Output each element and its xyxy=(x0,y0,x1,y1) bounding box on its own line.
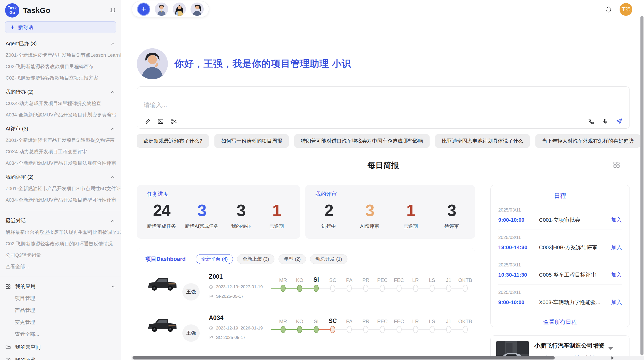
project-info: Z001 2023-12-19~2027-01-19 SI-2025-05-17 xyxy=(209,273,277,305)
sidebar-section-header[interactable]: Agent已办 (3) xyxy=(0,40,121,47)
milestone-pr: PR xyxy=(360,315,371,333)
recent-items: 解释最新出台的欧盟报废车法规再生塑料比例被调至15%...C02-飞腾新能源轻客… xyxy=(0,229,121,270)
new-chat-button[interactable]: 新对话 xyxy=(5,21,116,33)
vertical-scrollbar[interactable] xyxy=(640,16,643,355)
microphone-icon[interactable] xyxy=(602,118,609,125)
horizontal-scrollbar-thumb[interactable] xyxy=(133,356,555,359)
sidebar-task-item[interactable]: Z001-全新燃油轻卡产品开发项目SI造型提交物评审 xyxy=(0,137,121,144)
horizontal-scrollbar-track[interactable] xyxy=(131,356,644,360)
milestone-mr: MR xyxy=(277,315,289,333)
sidebar-section-header[interactable]: AI评审 (3) xyxy=(0,125,121,132)
stat-label: 新增AI完成任务 xyxy=(185,223,218,230)
sidebar-task-item[interactable]: C02-飞腾新能源轻客改款项目立项汇报方案 xyxy=(0,75,121,81)
project-flag-row: SI-2025-05-17 xyxy=(209,294,277,299)
milestone-lr: LR xyxy=(410,274,421,292)
sidebar-task-item[interactable]: C02-飞腾新能源轻客改款项目里程碑画布 xyxy=(0,63,121,70)
chevron-up-icon[interactable] xyxy=(110,89,115,95)
chevron-up-icon[interactable] xyxy=(110,218,115,223)
sidebar-toggle-icon[interactable] xyxy=(109,7,116,14)
project-row[interactable]: 王强 Z001 2023-12-19~2027-01-19 SI-2025-05… xyxy=(145,273,467,305)
event-name: C005-整车工程目标评审 xyxy=(539,271,608,278)
filter-pill[interactable]: 年型 (2) xyxy=(279,254,306,264)
sidebar-task-item[interactable]: A034-全新新能源MUV产品开发项目计划变更表编写 xyxy=(0,112,121,118)
add-agent-button[interactable] xyxy=(137,3,150,16)
favorites-icon xyxy=(5,357,11,360)
recent-title: 最近对话 xyxy=(6,217,26,224)
sidebar-app-item[interactable]: 查看全部... xyxy=(0,331,121,338)
scroll-down-icon[interactable] xyxy=(608,347,613,350)
chat-input[interactable] xyxy=(144,101,525,109)
milestone-node xyxy=(380,326,385,333)
event-date: 2025/03/11 xyxy=(498,290,622,295)
sidebar-section-title: AI评审 (3) xyxy=(6,125,28,132)
sidebar-task-item[interactable]: C0X4-动力总成开发项目SI里程碑提交物检查 xyxy=(0,100,121,107)
sidebar-app-item[interactable]: 产品管理 xyxy=(0,307,121,314)
sidebar-recent-header[interactable]: 最近对话 xyxy=(0,217,121,224)
suggestion-chip[interactable]: 欧洲新规最近颁布了什么? xyxy=(137,134,209,148)
chevron-up-icon[interactable] xyxy=(110,126,115,131)
event-date: 2025/03/11 xyxy=(498,207,622,213)
join-link[interactable]: 加入 xyxy=(611,216,622,223)
sidebar-section-items: Z001-全新燃油轻卡产品开发项目SI节点属性5D文件评审 A034-全新新能源… xyxy=(0,185,121,203)
filter-pill[interactable]: 全新平台 (4) xyxy=(196,254,233,264)
event-name: X003-车辆动力学性能验... xyxy=(539,299,608,306)
sidebar-task-item[interactable]: C0X4-动力总成开发项目工程变更评审 xyxy=(0,148,121,155)
sidebar-task-item[interactable]: Z001-全新燃油轻卡产品开发项目SI节点属性5D文件评审 xyxy=(0,185,121,192)
agent-avatar-1[interactable] xyxy=(155,3,168,16)
event-main: 13:00-14:30 C003|H0B-方案冻结评审 加入 xyxy=(498,244,622,251)
suggestion-chip[interactable]: 当下年轻人对汽车外观有怎样的喜好趋势 xyxy=(535,134,640,148)
phone-call-icon[interactable] xyxy=(588,118,595,125)
agent-avatar-3[interactable] xyxy=(191,3,204,16)
join-link[interactable]: 加入 xyxy=(611,244,622,251)
suggestion-chip[interactable]: 如何写一份清晰的项目周报 xyxy=(214,134,289,148)
event-time: 10:30-11:30 xyxy=(498,272,539,278)
sidebar-item-cloud-space[interactable]: 我的云空间 xyxy=(0,344,121,351)
sidebar-section-header[interactable]: 我的评审 (2) xyxy=(0,174,121,181)
layout-grid-icon[interactable] xyxy=(612,161,621,170)
sidebar-app-item[interactable]: 变更管理 xyxy=(0,319,121,326)
sidebar-app-item[interactable]: 项目管理 xyxy=(0,295,121,302)
chevron-up-icon[interactable] xyxy=(111,284,116,289)
sidebar-task-item[interactable]: A034-全新新能源MUV产品开发项目法规符合性评审 xyxy=(0,160,121,167)
schedule-title: 日程 xyxy=(498,192,622,200)
brand-name: TaskGo xyxy=(23,6,109,15)
view-all-schedule-link[interactable]: 查看所有日程 xyxy=(498,318,622,326)
notification-bell-icon[interactable] xyxy=(605,6,612,13)
join-link[interactable]: 加入 xyxy=(611,299,622,306)
chevron-up-icon[interactable] xyxy=(110,41,115,46)
schedule-event: 2025/03/11 9:00-10:00 C001-立项审批会 加入 xyxy=(498,202,622,230)
stat-value: 24 xyxy=(147,201,176,220)
send-icon[interactable] xyxy=(616,118,623,125)
timeline-cells: MRKOSISCPAPRPECFECLRLSJ1OKTB xyxy=(277,274,471,292)
milestone-label: LS xyxy=(429,315,435,324)
filter-pill[interactable]: 全新上装 (3) xyxy=(237,254,274,264)
milestone-node xyxy=(297,326,302,333)
sidebar-item-favorites[interactable]: 我的收藏 xyxy=(0,357,121,360)
milestone-label: FEC xyxy=(394,315,404,324)
sidebar-item-my-apps[interactable]: 我的应用 xyxy=(0,283,121,290)
greeting-text: 你好，王强，我是你的项目管理助理 小识 xyxy=(174,57,351,70)
chevron-up-icon[interactable] xyxy=(110,175,115,180)
filter-pill[interactable]: 动总开发 (1) xyxy=(310,254,347,264)
scissors-icon[interactable] xyxy=(171,118,178,125)
sidebar-task-item[interactable]: A034-全新新能源MUV产品开发项目造型可行性评审 xyxy=(0,197,121,203)
user-avatar[interactable]: 王强 xyxy=(620,3,632,16)
stat-card-title: 任务进度 xyxy=(147,190,290,198)
recent-conversation-item[interactable]: 查看全部... xyxy=(0,263,121,270)
attachment-icon[interactable] xyxy=(144,118,151,125)
sidebar-section-header[interactable]: 我的待办 (2) xyxy=(0,88,121,95)
milestone-pa: PA xyxy=(344,315,355,333)
suggestion-chip[interactable]: 特朗普可能对进口汽车增税会对中国车企造成哪些影响 xyxy=(294,134,430,148)
recent-conversation-item[interactable]: 公司Q3轻卡销量 xyxy=(0,252,121,259)
sidebar-task-item[interactable]: Z001-全新燃油皮卡产品开发项目SI节点Lesson Learn报告 xyxy=(0,52,121,58)
agent-avatar-2[interactable] xyxy=(173,3,186,16)
recent-conversation-item[interactable]: C02-飞腾新能源轻客改款项目的闭环通告反馈情况 xyxy=(0,241,121,247)
scroll-right-icon[interactable] xyxy=(611,356,614,359)
recent-conversation-item[interactable]: 解释最新出台的欧盟报废车法规再生塑料比例被调至15%... xyxy=(0,229,121,236)
project-row[interactable]: 王强 A034 2023-12-19~2026-01-19 SC-2025-05… xyxy=(145,314,467,346)
stat-grid: 24 新增完成任务 3 新增AI完成任务 3 我的待办 xyxy=(147,201,290,230)
suggestion-chip[interactable]: 比亚迪全固态电池计划具体说了什么 xyxy=(435,134,530,148)
join-link[interactable]: 加入 xyxy=(611,271,622,278)
sidebar-section: Agent已办 (3) Z001-全新燃油皮卡产品开发项目SI节点Lesson … xyxy=(0,40,121,81)
image-upload-icon[interactable] xyxy=(157,118,164,125)
